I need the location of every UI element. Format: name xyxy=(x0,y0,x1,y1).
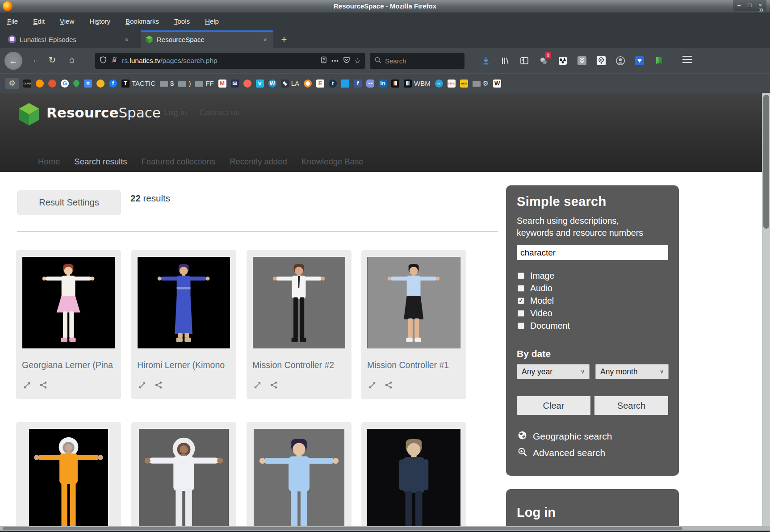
firefox-bookmark[interactable] xyxy=(36,80,44,88)
minimize-button[interactable]: – xyxy=(737,0,741,11)
menu-hamburger-icon[interactable] xyxy=(682,56,692,63)
reader-mode-icon[interactable] xyxy=(320,56,327,65)
result-title[interactable]: Hiromi Lerner (Kimono xyxy=(137,360,231,370)
netflix-bookmark[interactable]: NETFLIX xyxy=(448,80,456,88)
maximize-button[interactable]: □ xyxy=(748,0,752,11)
open-collective-bookmark[interactable]: oc xyxy=(435,80,443,88)
tactic-bookmark[interactable]: TTACTIC xyxy=(121,80,155,88)
expand-icon[interactable] xyxy=(138,381,146,391)
folder-dollar-bookmark[interactable]: $ xyxy=(160,80,174,87)
pocket-icon[interactable] xyxy=(343,56,350,65)
result-card[interactable] xyxy=(16,422,121,526)
discord-bookmark[interactable] xyxy=(366,80,374,88)
share-icon[interactable] xyxy=(39,381,47,391)
library-icon[interactable] xyxy=(498,54,512,68)
result-card[interactable] xyxy=(131,422,236,526)
wayback-machine-bookmark[interactable]: ⅢWBM xyxy=(404,80,431,88)
site-nav-home[interactable]: Home xyxy=(38,157,60,167)
google-maps-bookmark[interactable] xyxy=(73,81,80,86)
bookmarks-flags-icon[interactable] xyxy=(652,54,666,68)
duckduckgo-bookmark[interactable] xyxy=(48,80,56,88)
document-checkbox[interactable] xyxy=(518,323,524,329)
search-query-input[interactable] xyxy=(517,245,668,260)
result-thumbnail[interactable] xyxy=(138,257,230,348)
expand-icon[interactable] xyxy=(368,381,377,391)
vertical-scrollbar[interactable] xyxy=(762,93,770,526)
bookmarks-overflow-chevron[interactable]: » xyxy=(759,4,764,14)
imdb-bookmark[interactable]: IMDb xyxy=(460,80,468,88)
result-thumbnail[interactable] xyxy=(22,257,115,348)
folder-ff-bookmark[interactable]: FF xyxy=(195,80,213,87)
year-select[interactable]: Any year∨ xyxy=(517,364,590,379)
result-thumbnail[interactable] xyxy=(367,429,460,526)
horizontal-scrollbar-thumb[interactable] xyxy=(3,527,682,530)
wordpress-bookmark[interactable]: W xyxy=(268,80,276,88)
new-tab-button[interactable]: + xyxy=(278,34,290,46)
site-nav-featured-collections[interactable]: Featured collections xyxy=(142,157,216,167)
contact-us-link[interactable]: Contact us xyxy=(199,108,240,117)
clear-button[interactable]: Clear xyxy=(517,396,590,415)
menu-view[interactable]: View xyxy=(60,17,74,25)
result-card[interactable] xyxy=(247,422,352,526)
result-settings-button[interactable]: Result Settings xyxy=(17,190,121,215)
resourcespace-logo-icon[interactable] xyxy=(17,101,41,129)
ip-lookup-icon[interactable]: IP xyxy=(594,54,608,68)
menu-help[interactable]: Help xyxy=(205,17,219,25)
protonmail-bookmark[interactable]: ✉ xyxy=(231,80,239,88)
result-title[interactable]: Mission Controller #1 xyxy=(367,360,461,370)
internet-archive-bookmark[interactable]: Ⅲ xyxy=(391,80,399,88)
audio-checkbox[interactable] xyxy=(518,285,524,292)
menu-history[interactable]: History xyxy=(89,17,110,25)
login-link[interactable]: Log in xyxy=(164,108,187,117)
folder-moon-bookmark[interactable]: ) xyxy=(178,80,191,87)
menu-bookmarks[interactable]: Bookmarks xyxy=(126,17,159,25)
tab-inactive-0[interactable]: Lunatics!-Episodes× xyxy=(4,30,135,48)
url-text[interactable]: rs.lunatics.tv/pages/search.php xyxy=(122,57,218,65)
twitter-bookmark[interactable] xyxy=(341,80,349,88)
result-card[interactable] xyxy=(361,422,466,526)
bookmark-star-icon[interactable]: ☆ xyxy=(354,56,361,66)
yellow-mascot-bookmark[interactable] xyxy=(96,80,105,88)
folder-gear-bookmark[interactable]: ⚙ xyxy=(473,80,489,88)
menu-file[interactable]: File xyxy=(7,17,18,25)
result-card[interactable]: Hiromi Lerner (Kimono xyxy=(131,250,236,399)
google-bookmark[interactable]: G xyxy=(61,80,69,88)
model-checkbox[interactable]: ✓ xyxy=(518,297,524,304)
settings-bookmark[interactable]: ⚙ xyxy=(5,78,19,89)
result-card[interactable]: Mission Controller #1 xyxy=(361,250,466,399)
image-checkbox[interactable] xyxy=(518,272,524,279)
vimeo-bookmark[interactable]: v xyxy=(256,80,264,88)
facebook-bookmark[interactable]: f xyxy=(109,80,117,88)
forward-button[interactable]: → xyxy=(26,54,39,65)
extension-arrows-icon[interactable] xyxy=(575,54,589,68)
expand-icon[interactable] xyxy=(253,381,262,391)
orange-ring-bookmark[interactable] xyxy=(304,80,312,88)
share-icon[interactable] xyxy=(385,381,393,391)
horizontal-scrollbar[interactable] xyxy=(0,526,770,531)
page-actions-icon[interactable]: ••• xyxy=(331,58,339,64)
browser-search-box[interactable] xyxy=(370,53,465,69)
result-title[interactable]: Mission Controller #2 xyxy=(252,360,346,370)
downloads-icon[interactable] xyxy=(479,54,493,68)
result-thumbnail[interactable] xyxy=(139,429,229,526)
insecure-lock-icon[interactable] xyxy=(111,56,118,65)
site-nav-recently-added[interactable]: Recently added xyxy=(230,157,287,167)
result-title[interactable]: Georgiana Lerner (Pina xyxy=(22,360,116,370)
result-thumbnail[interactable] xyxy=(253,257,345,348)
privacy-badger-icon[interactable] xyxy=(556,54,570,68)
facebook-square-bookmark[interactable]: f xyxy=(354,80,362,88)
result-thumbnail[interactable] xyxy=(254,429,344,526)
search-button[interactable]: Search xyxy=(594,396,668,415)
share-icon[interactable] xyxy=(155,381,163,391)
extension-cluster-icon[interactable]: 1 xyxy=(536,54,551,68)
eventbrite-bookmark[interactable]: E xyxy=(316,80,324,88)
result-card[interactable]: Georgiana Lerner (Pina xyxy=(16,250,121,399)
google-news-bookmark[interactable]: ≡ xyxy=(84,80,92,88)
site-nav-knowledge-base[interactable]: Knowledge Base xyxy=(301,157,364,167)
result-card[interactable]: Mission Controller #2 xyxy=(247,250,352,399)
wikipedia-bookmark[interactable]: W xyxy=(493,80,501,88)
tumblr-bookmark[interactable]: t xyxy=(329,80,337,88)
gmail-bookmark[interactable]: M xyxy=(218,80,226,88)
tab-close-icon[interactable]: × xyxy=(123,36,130,43)
geographic-search-link[interactable]: Geographic search xyxy=(518,428,612,444)
